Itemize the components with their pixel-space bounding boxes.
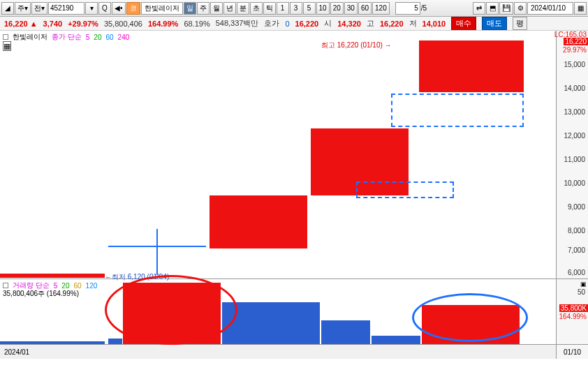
- candle-0109-lower: [356, 181, 454, 198]
- price-legend: 한빛레이저 종가 단순 5 20 60 240: [3, 32, 129, 42]
- price-pane[interactable]: 한빛레이저 종가 단순 5 20 60 240 ▦ 최고 16,220 (01/…: [0, 31, 556, 279]
- current-price: 16,220 ▲: [4, 20, 38, 28]
- buy-button[interactable]: 매수: [451, 17, 476, 30]
- price-tag-sub: 29.97%: [563, 46, 587, 54]
- tool-link-icon[interactable]: ⇄: [473, 2, 485, 15]
- candle-0105: [210, 195, 307, 248]
- ytick-10000: 10,000: [564, 179, 585, 187]
- vtick-50000k: 50: [578, 288, 585, 296]
- settings-icon[interactable]: ⚙: [514, 2, 527, 15]
- calendar-icon[interactable]: ▦: [574, 2, 587, 15]
- avg-button[interactable]: 평: [513, 17, 527, 30]
- vbar-0105: [123, 283, 221, 344]
- num-30[interactable]: 30: [344, 2, 358, 15]
- grid-toggle-icon[interactable]: ▦: [3, 42, 11, 51]
- search-icon[interactable]: Q: [98, 2, 111, 15]
- si-label: 시: [324, 18, 332, 29]
- ma5: 5: [86, 34, 90, 41]
- period-day[interactable]: 일: [184, 2, 196, 15]
- vbar-gap: [222, 302, 320, 344]
- stock-code-input[interactable]: [48, 2, 84, 15]
- vbar-0103: [0, 341, 105, 344]
- num-5[interactable]: 5: [303, 2, 316, 15]
- save-icon[interactable]: 💾: [499, 2, 513, 15]
- cur2: 16,220: [295, 20, 319, 28]
- jeo-value: 14,010: [422, 20, 446, 28]
- ytick-13000: 13,000: [564, 108, 585, 116]
- vbar-0110: [422, 305, 520, 344]
- volume-pane[interactable]: 거래량 단순 5 20 60 120 35,800,406주 (164.99%): [0, 279, 556, 345]
- vma5: 5: [54, 282, 58, 290]
- num-1[interactable]: 1: [277, 2, 289, 15]
- vol-tag: 35,800K: [559, 304, 588, 312]
- sell-button[interactable]: 매도: [482, 17, 507, 30]
- dd-jeon[interactable]: 전▾: [31, 2, 47, 15]
- chart-area[interactable]: 한빛레이저 종가 단순 5 20 60 240 ▦ 최고 16,220 (01/…: [0, 31, 556, 359]
- hoga-value: 0: [285, 20, 289, 28]
- page-input[interactable]: [395, 2, 420, 15]
- vol-expand-icon[interactable]: ▣: [580, 281, 587, 288]
- vbar-0104: [108, 339, 122, 344]
- candle-0103: [0, 274, 105, 278]
- date-field[interactable]: 2024/01/10: [527, 2, 573, 15]
- x-left: 2024/01: [4, 348, 29, 356]
- page-total: /5: [421, 4, 427, 12]
- amount: 548,337백만: [216, 18, 259, 29]
- legend-name: 한빛레이저: [13, 32, 47, 42]
- period-sec[interactable]: 초: [250, 2, 263, 15]
- ratio: 68.19%: [184, 20, 210, 28]
- ytick-6000: 6,000: [568, 269, 585, 276]
- ytick-11000: 11,000: [564, 156, 585, 163]
- ytick-14000: 14,000: [564, 84, 585, 92]
- x-axis: 2024/01: [0, 345, 556, 359]
- ytick-12000: 12,000: [564, 132, 585, 140]
- legend-label: 종가 단순: [52, 32, 82, 42]
- dd-ju[interactable]: 주▾: [15, 2, 31, 15]
- chart-main: 한빛레이저 종가 단순 5 20 60 240 ▦ 최고 16,220 (01/…: [0, 31, 588, 359]
- price-tag: 16,220: [564, 38, 588, 45]
- stock-name: 한빛레이저: [141, 2, 183, 15]
- period-week[interactable]: 주: [197, 2, 210, 15]
- vol-tag-sub: 164.99%: [559, 313, 587, 320]
- price-pct: +29.97%: [68, 20, 98, 28]
- hoga-label: 호가: [264, 18, 279, 29]
- x-right: 01/10: [557, 345, 588, 359]
- ma60: 60: [105, 34, 113, 41]
- num-10[interactable]: 10: [316, 2, 330, 15]
- num-20[interactable]: 20: [330, 2, 344, 15]
- candle-0104-vline: [156, 229, 158, 275]
- price-change: 3,740: [43, 20, 63, 28]
- tool-chart-icon[interactable]: ⬒: [486, 2, 499, 15]
- anno-high: 최고 16,220 (01/10) →: [321, 40, 392, 50]
- ma20: 20: [94, 34, 101, 41]
- period-min[interactable]: 분: [237, 2, 249, 15]
- candle-0109-upper: [391, 94, 524, 127]
- period-month[interactable]: 월: [210, 2, 223, 15]
- candle-0110: [419, 40, 524, 92]
- num-60[interactable]: 60: [358, 2, 372, 15]
- chart-type-dropdown[interactable]: ◢: [1, 2, 14, 15]
- ytick-7000: 7,000: [568, 246, 585, 254]
- volume: 35,800,406: [104, 20, 142, 28]
- period-year[interactable]: 년: [223, 2, 236, 15]
- num-3[interactable]: 3: [290, 2, 302, 15]
- y-axis: LC:165.03 16,220 29.97% 15,000 14,000 13…: [556, 31, 588, 359]
- go-label: 고: [367, 18, 374, 29]
- info-bar: 16,220 ▲ 3,740 +29.97% 35,800,406 164.99…: [0, 17, 588, 31]
- si-value: 14,320: [337, 20, 361, 28]
- jeo-label: 저: [409, 18, 417, 29]
- ytick-9000: 9,000: [568, 203, 585, 211]
- vma60: 60: [73, 282, 81, 290]
- search-dropdown-icon[interactable]: ▾: [85, 2, 98, 15]
- vma20: 20: [61, 282, 69, 290]
- vol-sub: 35,800,406주 (164.99%): [3, 289, 79, 299]
- period-tick[interactable]: 틱: [263, 2, 276, 15]
- market-badge: 코: [126, 2, 140, 15]
- toolbar: ◢ 주▾ 전▾ ▾ Q ◀• 코 한빛레이저 일 주 월 년 분 초 틱 1 3…: [0, 0, 588, 17]
- legend-box-icon: [3, 283, 8, 288]
- sound-icon[interactable]: ◀•: [112, 2, 126, 15]
- vbar-0108: [321, 320, 370, 344]
- num-120[interactable]: 120: [372, 2, 390, 15]
- vma120: 120: [86, 282, 98, 290]
- ytick-15000: 15,000: [564, 61, 585, 68]
